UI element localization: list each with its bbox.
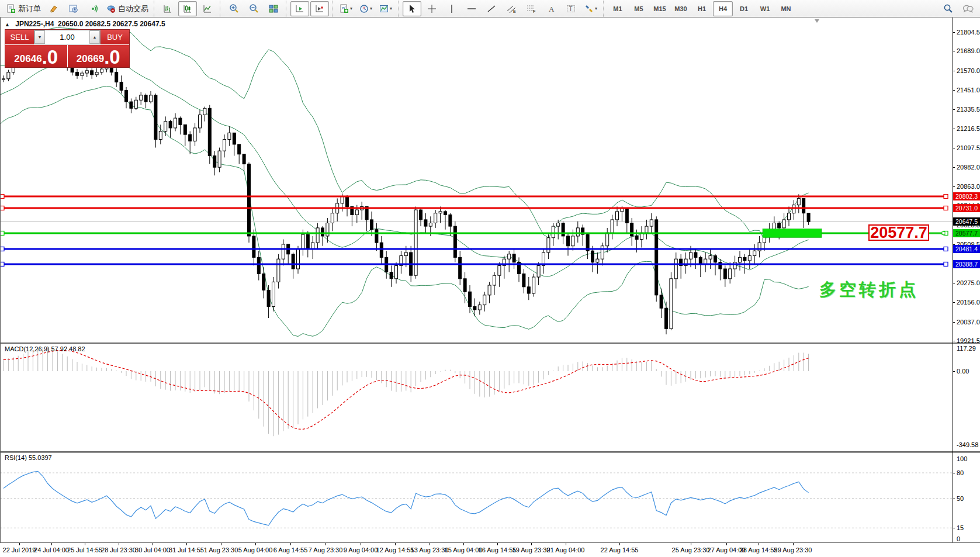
time-tick: [395, 543, 396, 545]
volume-value[interactable]: 1.00: [45, 30, 89, 44]
candle-body: [532, 277, 535, 293]
candlestick-button[interactable]: [178, 1, 197, 16]
timeframe-h1-button[interactable]: H1: [692, 1, 712, 16]
line-anchor[interactable]: [0, 206, 4, 210]
price-tick: [953, 129, 955, 129]
tile-windows-button[interactable]: [264, 1, 283, 16]
candle-body: [739, 257, 742, 262]
price-tick-label: 20156.0: [957, 299, 980, 306]
time-axis-label: 24 Jul 04:00: [34, 546, 69, 553]
line-anchor[interactable]: [0, 231, 4, 235]
line-anchor[interactable]: [944, 195, 948, 199]
text-button[interactable]: A: [542, 1, 560, 16]
candle-body: [302, 234, 304, 249]
line-anchor[interactable]: [0, 262, 4, 266]
time-tick: [691, 543, 691, 545]
candle-body: [154, 95, 157, 140]
horizontal-line-icon: [467, 6, 476, 12]
candle-body: [611, 220, 614, 233]
search-button[interactable]: [939, 1, 957, 16]
timeframe-d1-button[interactable]: D1: [734, 1, 754, 16]
volume-up-button[interactable]: ▲: [89, 30, 100, 44]
templates-button[interactable]: ▾: [376, 1, 395, 16]
rsi-label: RSI(14) 55.0397: [5, 454, 52, 461]
candle-body: [243, 154, 245, 164]
chart-shift-marker[interactable]: [815, 19, 819, 23]
zoom-in-button[interactable]: [224, 1, 243, 16]
price-chart-canvas[interactable]: [0, 18, 953, 342]
crosshair-button[interactable]: [423, 1, 441, 16]
price-tag-20731.0: 20731.0: [953, 204, 980, 212]
time-axis[interactable]: 22 Jul 201924 Jul 04:0025 Jul 14:5528 Ju…: [0, 542, 980, 557]
main-chart-pane[interactable]: [0, 18, 953, 342]
candle-body: [782, 220, 785, 228]
auto-scroll-button[interactable]: [290, 1, 309, 16]
line-anchor[interactable]: [944, 262, 948, 266]
new-order-button[interactable]: 新订单: [4, 1, 43, 16]
timeframe-h4-button[interactable]: H4: [713, 1, 733, 16]
sell-button[interactable]: SELL: [5, 30, 34, 44]
trendline-button[interactable]: [482, 1, 501, 16]
line-chart-icon: [203, 4, 212, 13]
timeframe-m5-button[interactable]: M5: [629, 1, 649, 16]
signal-button[interactable]: [84, 1, 103, 16]
candle-body: [233, 133, 236, 144]
toolbar: 新订单 自动交易: [0, 0, 980, 18]
collapse-ohlc-icon[interactable]: ▲: [5, 22, 10, 27]
macd-canvas[interactable]: [0, 344, 953, 451]
cursor-button[interactable]: [403, 1, 421, 16]
channel-button[interactable]: E: [502, 1, 521, 16]
candle-body: [596, 259, 599, 262]
rsi-canvas[interactable]: [0, 453, 953, 542]
timeframe-w1-button[interactable]: W1: [755, 1, 775, 16]
bar-chart-button[interactable]: [158, 1, 177, 16]
line-anchor[interactable]: [0, 247, 4, 251]
turning-point-annotation[interactable]: 多空转折点: [819, 278, 919, 302]
line-anchor[interactable]: [944, 247, 948, 251]
highlight-rectangle[interactable]: [763, 229, 822, 237]
fibonacci-button[interactable]: F: [522, 1, 541, 16]
market-watch-button[interactable]: [64, 1, 83, 16]
time-tick: [497, 543, 498, 545]
svg-text:F: F: [533, 9, 535, 13]
autotrading-button[interactable]: 自动交易: [104, 1, 151, 16]
candle-body: [292, 254, 295, 269]
timeframe-mn-button[interactable]: MN: [776, 1, 796, 16]
text-label-button[interactable]: T: [562, 1, 580, 16]
line-anchor[interactable]: [0, 195, 4, 199]
indicators-button[interactable]: ▾: [337, 1, 355, 16]
timeframe-m1-button[interactable]: M1: [608, 1, 628, 16]
candle-body: [606, 233, 609, 245]
time-tick: [430, 543, 430, 545]
line-chart-button[interactable]: [198, 1, 217, 16]
candle-body: [223, 140, 226, 151]
svg-text:T: T: [569, 6, 573, 12]
time-axis-label: 31 Jul 14:55: [169, 546, 204, 553]
timeframe-m15-button[interactable]: M15: [650, 1, 670, 16]
trendline-icon: [487, 4, 496, 13]
periods-button[interactable]: ▾: [356, 1, 375, 16]
sell-price[interactable]: 20646 .0: [5, 45, 68, 67]
volume-down-button[interactable]: ▼: [34, 30, 45, 44]
price-axis-line[interactable]: [953, 18, 953, 542]
macd-pane[interactable]: [0, 344, 953, 451]
chart-shift-button[interactable]: [310, 1, 329, 16]
buy-price[interactable]: 20669 .0: [68, 45, 130, 67]
price-callout-box[interactable]: 20577.7: [868, 224, 929, 241]
buy-button[interactable]: BUY: [101, 30, 129, 44]
candle-body: [355, 210, 358, 215]
time-tick: [619, 543, 620, 545]
vertical-line-button[interactable]: [442, 1, 461, 16]
line-anchor[interactable]: [944, 206, 948, 210]
chat-button[interactable]: [958, 1, 977, 16]
toolbar-group-right: [934, 1, 980, 17]
arrows-button[interactable]: ▾: [581, 1, 600, 16]
bid-price-tag: 20647.5: [953, 217, 980, 226]
highlighter-button[interactable]: [44, 1, 63, 16]
zoom-out-button[interactable]: [244, 1, 263, 16]
rsi-pane[interactable]: [0, 453, 953, 542]
timeframe-m30-button[interactable]: M30: [671, 1, 691, 16]
candle-body: [704, 259, 707, 264]
horizontal-line-button[interactable]: [462, 1, 481, 16]
candle-body: [439, 212, 442, 213]
